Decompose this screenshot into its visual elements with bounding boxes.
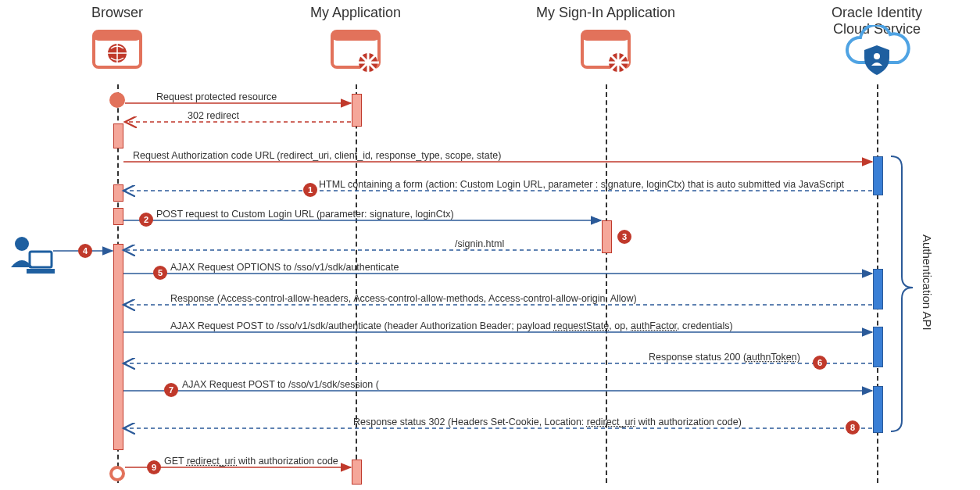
msg-post-login: POST request to Custom Login URL (parame… bbox=[156, 209, 454, 220]
msg-ajax-authenticate: AJAX Request POST to /sso/v1/sdk/authent… bbox=[170, 320, 733, 331]
step-badge-7: 7 bbox=[164, 383, 178, 397]
activation-oics-2 bbox=[873, 269, 883, 309]
step-badge-8: 8 bbox=[846, 420, 860, 435]
step-badge-9: 9 bbox=[147, 460, 161, 474]
msg-302-cookie: Response status 302 (Headers Set-Cookie,… bbox=[353, 417, 742, 427]
step-badge-2: 2 bbox=[139, 213, 153, 227]
msg-ajax-session: AJAX Request POST to /sso/v1/sdk/session… bbox=[182, 379, 379, 390]
activation-browser-main bbox=[113, 244, 123, 450]
end-node bbox=[109, 466, 125, 481]
activation-myapp-1 bbox=[352, 94, 362, 127]
start-node bbox=[109, 92, 125, 108]
msg-302-redirect: 302 redirect bbox=[188, 110, 239, 121]
msg-auth-code-url: Request Authorization code URL (redirect… bbox=[133, 150, 501, 161]
activation-browser-1 bbox=[113, 123, 123, 148]
msg-authn-token: Response status 200 (authnToken) bbox=[649, 352, 800, 363]
activation-browser-2 bbox=[113, 184, 123, 202]
activation-oics-3 bbox=[873, 327, 883, 367]
svg-rect-12 bbox=[582, 31, 629, 41]
application-icon bbox=[327, 25, 384, 84]
brace-label-auth-api: Authentication API bbox=[921, 234, 934, 331]
step-badge-6: 6 bbox=[813, 356, 827, 370]
svg-rect-21 bbox=[30, 252, 52, 267]
step-badge-1: 1 bbox=[303, 183, 317, 197]
activation-oics-1 bbox=[873, 156, 883, 195]
activation-signin-1 bbox=[602, 220, 612, 253]
actor-title-signin: My Sign-In Application bbox=[536, 5, 675, 21]
svg-rect-4 bbox=[332, 31, 379, 41]
step-badge-3: 3 bbox=[617, 230, 631, 244]
user-icon bbox=[6, 233, 55, 282]
svg-rect-1 bbox=[94, 31, 141, 41]
step-badge-4: 4 bbox=[78, 244, 92, 258]
browser-icon bbox=[89, 25, 145, 84]
cloud-service-icon bbox=[842, 25, 912, 84]
step-badge-5: 5 bbox=[153, 266, 167, 280]
msg-signin-html: /signin.html bbox=[455, 238, 504, 249]
actor-title-browser: Browser bbox=[91, 5, 143, 21]
activation-browser-3 bbox=[113, 208, 123, 225]
msg-html-form: HTML containing a form (action: Custom L… bbox=[319, 179, 844, 190]
svg-point-19 bbox=[874, 53, 880, 59]
msg-request-resource: Request protected resource bbox=[156, 91, 277, 102]
activation-myapp-2 bbox=[352, 460, 362, 485]
msg-get-redirect: GET redirect_uri with authorization code bbox=[164, 456, 338, 467]
msg-ajax-options: AJAX Request OPTIONS to /sso/v1/sdk/auth… bbox=[170, 262, 399, 273]
svg-rect-22 bbox=[27, 269, 55, 274]
activation-oics-4 bbox=[873, 386, 883, 433]
signin-app-icon bbox=[578, 25, 634, 84]
svg-point-20 bbox=[15, 237, 29, 251]
msg-cors-response: Response (Access-control-allow-headers, … bbox=[170, 293, 637, 304]
actor-title-myapp: My Application bbox=[310, 5, 401, 21]
